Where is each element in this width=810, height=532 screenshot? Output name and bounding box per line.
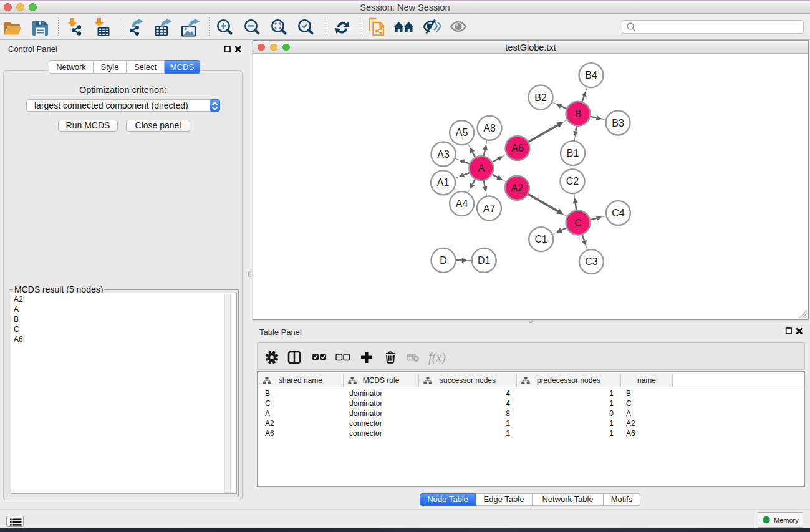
svg-text:B2: B2 (534, 92, 547, 103)
svg-text:A5: A5 (456, 127, 468, 138)
svg-text:C4: C4 (612, 208, 625, 218)
svg-text:C3: C3 (585, 256, 598, 267)
svg-text:A2: A2 (511, 183, 524, 193)
svg-text:Memory: Memory (774, 516, 799, 524)
svg-text:A7: A7 (483, 203, 496, 214)
svg-text:C: C (574, 218, 582, 228)
svg-text:f(x): f(x) (428, 351, 446, 365)
svg-text:B: B (575, 109, 582, 119)
svg-text:A: A (478, 163, 485, 173)
svg-text:C2: C2 (566, 176, 579, 186)
svg-text:B4: B4 (585, 70, 597, 80)
svg-text:D: D (440, 255, 447, 266)
svg-text:B3: B3 (612, 118, 624, 128)
svg-text:A4: A4 (456, 198, 468, 209)
svg-text:A8: A8 (483, 123, 496, 133)
svg-text:B1: B1 (567, 148, 579, 158)
svg-text:C1: C1 (534, 234, 547, 244)
svg-text:A6: A6 (511, 143, 524, 153)
svg-text:A1: A1 (437, 177, 450, 188)
svg-text:A3: A3 (437, 149, 450, 160)
svg-text:D1: D1 (478, 255, 491, 266)
